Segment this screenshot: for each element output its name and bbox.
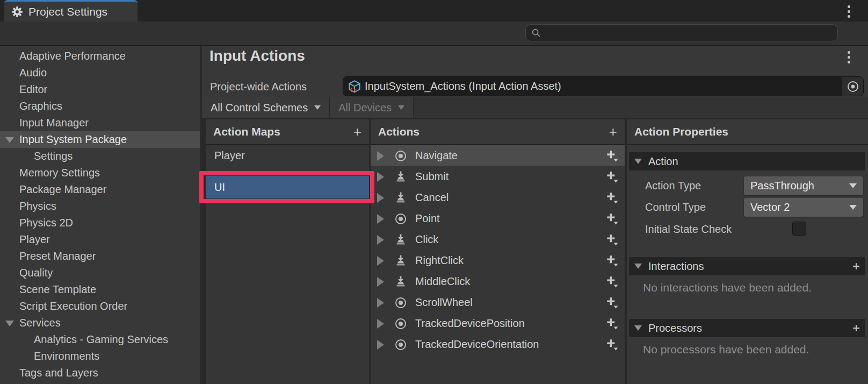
action-row-trackeddeviceposition[interactable]: TrackedDevicePosition — [371, 313, 625, 334]
sidebar-item-label: Audio — [19, 67, 47, 79]
action-maps-panel: Action Maps + Player — [206, 119, 369, 384]
add-binding-icon[interactable] — [605, 170, 619, 184]
action-row-scrollwheel[interactable]: ScrollWheel — [371, 292, 625, 313]
sidebar-item-settings[interactable]: Settings — [0, 148, 200, 165]
add-action-button[interactable]: + — [609, 125, 617, 139]
interactions-empty-text: No interactions have been added. — [643, 281, 812, 294]
button-icon — [395, 255, 407, 267]
action-label: Point — [415, 212, 605, 225]
window-menu-kebab-icon[interactable] — [848, 5, 850, 18]
foldout-collapsed-icon[interactable] — [377, 298, 384, 308]
foldout-expanded-icon[interactable] — [634, 264, 642, 269]
action-row-cancel[interactable]: Cancel — [371, 187, 625, 208]
action-section-header[interactable]: Action — [629, 152, 865, 170]
action-row-trackeddeviceorientation[interactable]: TrackedDeviceOrientation — [371, 334, 625, 355]
sidebar-item-player[interactable]: Player — [0, 231, 200, 248]
vector2-icon — [395, 318, 407, 330]
chevron-down-icon — [849, 205, 857, 210]
foldout-collapsed-icon[interactable] — [377, 193, 384, 203]
sidebar-item-label: Preset Manager — [19, 250, 96, 262]
search-field[interactable] — [525, 24, 838, 41]
foldout-expanded-icon[interactable] — [5, 321, 14, 326]
foldout-collapsed-icon[interactable] — [377, 151, 384, 161]
action-row-navigate[interactable]: Navigate — [371, 145, 625, 166]
sidebar-item-scene-template[interactable]: Scene Template — [0, 281, 200, 298]
sidebar-item-label: Input System Package — [19, 133, 127, 145]
project-settings-window: Project Settings Adaptive Performance Au… — [0, 0, 868, 384]
input-action-asset-field[interactable]: InputSystem_Actions (Input Action Asset) — [343, 76, 864, 96]
object-picker-icon[interactable] — [842, 77, 863, 96]
action-row-point[interactable]: Point — [371, 208, 625, 229]
add-action-map-button[interactable]: + — [353, 125, 361, 139]
sidebar-item-package-manager[interactable]: Package Manager — [0, 181, 200, 198]
sidebar-item-quality[interactable]: Quality — [0, 265, 200, 281]
input-actions-menu-kebab-icon[interactable] — [848, 51, 850, 63]
action-map-row-player[interactable]: Player — [206, 145, 369, 166]
sidebar-item-audio[interactable]: Audio — [0, 65, 200, 81]
foldout-collapsed-icon[interactable] — [377, 256, 384, 266]
interactions-section-header[interactable]: Interactions + — [629, 257, 865, 275]
foldout-collapsed-icon[interactable] — [377, 319, 384, 329]
search-input[interactable] — [545, 27, 832, 39]
initial-state-checkbox[interactable] — [792, 222, 806, 236]
initial-state-check-label: Initial State Check — [645, 220, 732, 239]
sidebar-item-script-execution-order[interactable]: Script Execution Order — [0, 298, 200, 315]
action-label: Navigate — [415, 150, 605, 162]
action-row-middleclick[interactable]: MiddleClick — [371, 271, 625, 292]
sidebar-item-label: Quality — [19, 267, 53, 279]
sidebar-item-physics[interactable]: Physics — [0, 198, 200, 215]
action-row-rightclick[interactable]: RightClick — [371, 250, 625, 271]
sidebar-item-label: Environments — [34, 350, 99, 362]
action-label: TrackedDevicePosition — [415, 317, 605, 330]
sidebar-item-analytics-gaming-services[interactable]: Analytics - Gaming Services — [0, 331, 200, 348]
add-binding-icon[interactable] — [605, 212, 619, 226]
devices-dropdown[interactable]: All Devices — [330, 97, 414, 118]
action-label: Cancel — [415, 191, 605, 204]
add-binding-icon[interactable] — [605, 254, 619, 268]
foldout-expanded-icon[interactable] — [634, 159, 642, 164]
foldout-expanded-icon[interactable] — [634, 325, 642, 331]
sidebar-item-environments[interactable]: Environments — [0, 348, 200, 365]
sidebar-item-input-system-package[interactable]: Input System Package — [0, 131, 200, 148]
add-binding-icon[interactable] — [605, 191, 619, 205]
action-row-submit[interactable]: Submit — [371, 166, 625, 187]
processors-section-header[interactable]: Processors + — [629, 319, 865, 337]
sidebar-item-editor[interactable]: Editor — [0, 81, 200, 98]
sidebar-item-input-manager[interactable]: Input Manager — [0, 115, 200, 131]
sidebar-item-tags-and-layers[interactable]: Tags and Layers — [0, 365, 200, 381]
vector2-icon — [395, 297, 407, 309]
tab-project-settings[interactable]: Project Settings — [4, 0, 138, 22]
add-binding-icon[interactable] — [605, 296, 619, 310]
add-binding-icon[interactable] — [605, 233, 619, 247]
sidebar-item-label: Adaptive Performance — [19, 50, 126, 62]
foldout-collapsed-icon[interactable] — [377, 277, 384, 287]
action-type-dropdown[interactable]: PassThrough — [744, 176, 863, 195]
add-binding-icon[interactable] — [605, 317, 619, 331]
foldout-collapsed-icon[interactable] — [377, 340, 384, 350]
add-binding-icon[interactable] — [605, 275, 619, 289]
control-schemes-dropdown[interactable]: All Control Schemes — [202, 97, 330, 118]
action-type-label: Action Type — [645, 176, 701, 195]
sidebar-item-adaptive-performance[interactable]: Adaptive Performance — [0, 48, 200, 65]
action-map-row-ui-selected[interactable]: UI — [206, 176, 369, 198]
action-row-click[interactable]: Click — [371, 229, 625, 250]
asset-field-value: InputSystem_Actions (Input Action Asset) — [365, 80, 842, 93]
foldout-collapsed-icon[interactable] — [377, 214, 384, 224]
sidebar-item-label: Player — [19, 233, 50, 245]
foldout-expanded-icon[interactable] — [5, 137, 14, 143]
input-action-asset-icon — [348, 80, 361, 94]
add-processor-button[interactable]: + — [852, 322, 860, 335]
sidebar-item-services[interactable]: Services — [0, 315, 200, 331]
sidebar-item-graphics[interactable]: Graphics — [0, 98, 200, 115]
actions-title: Actions — [378, 125, 609, 138]
sidebar-item-physics-2d[interactable]: Physics 2D — [0, 215, 200, 231]
sidebar-item-preset-manager[interactable]: Preset Manager — [0, 248, 200, 265]
foldout-collapsed-icon[interactable] — [377, 235, 384, 245]
add-binding-icon[interactable] — [605, 338, 619, 352]
action-label: TrackedDeviceOrientation — [415, 338, 605, 351]
foldout-collapsed-icon[interactable] — [377, 172, 384, 182]
control-type-dropdown[interactable]: Vector 2 — [744, 198, 863, 217]
add-binding-icon[interactable] — [605, 149, 619, 163]
sidebar-item-memory-settings[interactable]: Memory Settings — [0, 165, 200, 181]
add-interaction-button[interactable]: + — [852, 260, 860, 273]
